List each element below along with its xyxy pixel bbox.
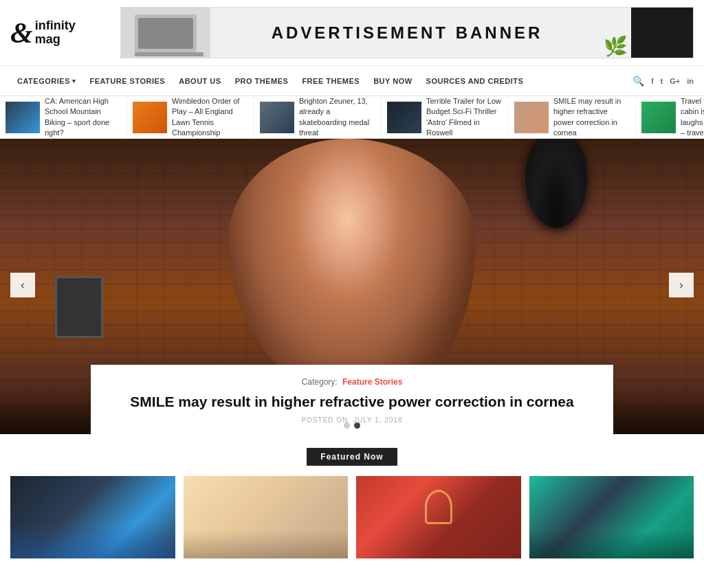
ticker-thumb-2	[133, 102, 167, 133]
nav-item-free-themes[interactable]: FREE THEMES	[295, 66, 366, 96]
card-image-2	[184, 476, 349, 558]
featured-section: Featured Now	[0, 434, 704, 565]
nav-item-sources-credits[interactable]: SOURCES AND CREDITS	[419, 66, 531, 96]
ticker-thumb-3	[260, 102, 294, 133]
plant-icon: 🌿	[604, 35, 628, 58]
facebook-icon[interactable]: f	[651, 77, 654, 85]
caption-category-line: Category: Feature Stories	[111, 377, 593, 387]
ticker-text-6: Travel to Minnesota cabin is met with la…	[681, 96, 704, 138]
ticker-thumb-5	[514, 102, 549, 133]
nav-item-buy-now[interactable]: BUY NOW	[366, 66, 419, 96]
header: & infinity mag ADVERTISEMENT BANNER 🌿	[0, 0, 704, 66]
featured-card-4[interactable]	[529, 476, 694, 558]
ticker-item-3[interactable]: Brighton Zeuner, 13, already a skateboar…	[254, 96, 382, 138]
nav-item-feature-stories[interactable]: FEATURE STORIES	[82, 66, 172, 96]
ticker-item-2[interactable]: Wimbledon Order of Play – All England La…	[127, 96, 254, 138]
dot-1[interactable]	[344, 422, 350, 429]
nav-item-categories[interactable]: CATEGORIES ▾	[10, 66, 82, 96]
logo[interactable]: & infinity mag	[10, 19, 107, 47]
ticker-item-5[interactable]: SMILE may result in higher refractive po…	[509, 96, 636, 138]
featured-header: Featured Now	[10, 448, 694, 466]
logo-symbol: &	[10, 19, 33, 47]
category-link[interactable]: Feature Stories	[342, 377, 402, 387]
linkedin-icon[interactable]: in	[687, 77, 694, 85]
ticker-text-2: Wimbledon Order of Play – All England La…	[172, 96, 248, 138]
slider-next-button[interactable]: ›	[669, 273, 694, 297]
card-image-3	[356, 476, 521, 558]
slider: Category: Feature Stories SMILE may resu…	[0, 139, 704, 434]
featured-card-2[interactable]	[184, 476, 349, 558]
google-plus-icon[interactable]: G+	[670, 77, 680, 85]
ticker-item-4[interactable]: Terrible Trailer for Low Budget Sci-Fi T…	[382, 96, 509, 138]
ticker-bar: CA: American High School Mountain Biking…	[0, 96, 704, 139]
featured-card-1[interactable]	[10, 476, 175, 558]
logo-text: infinity mag	[35, 19, 76, 47]
ad-banner: ADVERTISEMENT BANNER 🌿	[120, 7, 694, 58]
wall-frame	[55, 276, 103, 338]
ticker-text-4: Terrible Trailer for Low Budget Sci-Fi T…	[426, 96, 503, 138]
ticker-text-1: CA: American High School Mountain Biking…	[45, 96, 121, 138]
nav-item-about-us[interactable]: ABOUT US	[172, 66, 228, 96]
featured-grid	[10, 476, 694, 558]
ticker-item-1[interactable]: CA: American High School Mountain Biking…	[0, 96, 127, 138]
card-image-1	[10, 476, 175, 558]
slider-prev-button[interactable]: ‹	[10, 273, 35, 297]
search-icon[interactable]: 🔍	[632, 76, 644, 87]
ticker-text-3: Brighton Zeuner, 13, already a skateboar…	[299, 96, 375, 138]
navigation: CATEGORIES ▾ FEATURE STORIES ABOUT US PR…	[0, 66, 704, 96]
slider-title: SMILE may result in higher refractive po…	[111, 392, 593, 411]
featured-card-3[interactable]	[356, 476, 521, 558]
ticker-thumb-1	[6, 102, 40, 133]
twitter-icon[interactable]: t	[661, 77, 663, 85]
ticker-text-5: SMILE may result in higher refractive po…	[553, 96, 630, 138]
nav-right: 🔍 f t G+ in	[632, 76, 694, 87]
slider-dots	[344, 422, 360, 429]
ticker-thumb-6	[641, 102, 676, 133]
card-image-4	[529, 476, 694, 558]
ticker-thumb-4	[387, 102, 421, 133]
dot-2[interactable]	[354, 422, 360, 429]
ad-text: ADVERTISEMENT BANNER	[272, 23, 543, 43]
nav-item-pro-themes[interactable]: PRO THEMES	[228, 66, 296, 96]
nav-items: CATEGORIES ▾ FEATURE STORIES ABOUT US PR…	[10, 66, 632, 96]
featured-badge: Featured Now	[307, 448, 397, 466]
ticker-item-6[interactable]: Travel to Minnesota cabin is met with la…	[636, 96, 704, 138]
